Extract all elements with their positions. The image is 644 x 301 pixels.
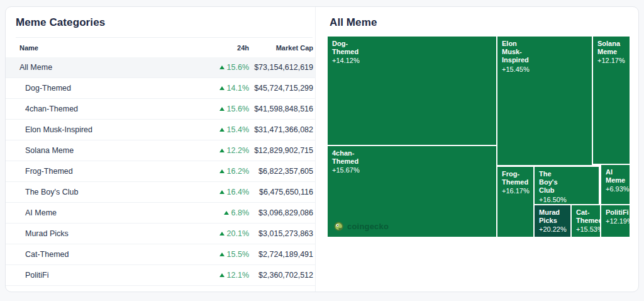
- treemap-cell-change: +15.67%: [332, 166, 492, 175]
- treemap-cell-dog-themed[interactable]: Dog- Themed +14.12%: [328, 37, 496, 145]
- table-header: Name 24h Market Cap: [6, 38, 315, 57]
- market-cap: $31,471,366,082: [249, 125, 313, 134]
- table-row-dog-themed[interactable]: Dog-Themed 14.1% $45,724,715,299: [6, 78, 315, 99]
- treemap-cell-change: +20.22%: [539, 225, 566, 234]
- change-24h: 6.8%: [231, 208, 250, 217]
- market-cap: $73,154,612,619: [249, 63, 313, 72]
- category-name: Murad Picks: [19, 229, 204, 238]
- up-arrow-icon: [219, 169, 225, 173]
- market-cap: $6,822,357,605: [249, 167, 313, 176]
- treemap-cell-the-boys-club[interactable]: The Boy's Club +16.50%: [535, 167, 599, 204]
- treemap-cell-4chan-themed[interactable]: 4chan- Themed +15.67% coingecko: [328, 146, 496, 237]
- treemap-cell-murad-picks[interactable]: Murad Picks +20.22%: [535, 205, 570, 237]
- column-header-name[interactable]: Name: [19, 44, 204, 52]
- coingecko-watermark-label: coingecko: [347, 222, 389, 231]
- treemap-cell-label: Dog- Themed: [332, 40, 492, 56]
- treemap-cell-label: AI Meme: [606, 168, 625, 185]
- treemap-cell-change: +15.53%: [576, 225, 596, 234]
- up-arrow-icon: [219, 107, 225, 111]
- table-row-all-meme[interactable]: All Meme 15.6% $73,154,612,619: [6, 57, 315, 78]
- category-name: PolitiFi: [19, 271, 204, 280]
- treemap-cell-frog-themed[interactable]: Frog- Themed +16.17%: [497, 167, 533, 237]
- treemap-cell-politifi[interactable]: PolitiFi +12.19%: [601, 205, 630, 237]
- treemap-cell-change: +14.12%: [332, 57, 492, 65]
- treemap-cell-label: The Boy's Club: [539, 170, 594, 195]
- category-name: Cat-Themed: [19, 250, 204, 259]
- market-cap: $2,724,189,491: [249, 250, 313, 259]
- change-24h: 12.2%: [227, 146, 249, 155]
- treemap-cell-ai-meme[interactable]: AI Meme +6.93%: [601, 165, 630, 204]
- treemap-cell-label: Solana Meme: [597, 40, 625, 56]
- up-arrow-icon: [219, 232, 225, 236]
- market-cap: $45,724,715,299: [249, 84, 313, 93]
- up-arrow-icon: [219, 128, 225, 132]
- meme-treemap: Dog- Themed +14.12% 4chan- Themed +15.67…: [328, 37, 630, 237]
- change-24h: 12.1%: [227, 271, 249, 280]
- treemap-cell-change: +12.19%: [606, 217, 625, 226]
- change-24h: 15.5%: [227, 250, 249, 259]
- column-header-market-cap[interactable]: Market Cap: [249, 44, 313, 52]
- market-cap: $41,598,848,516: [249, 105, 313, 113]
- coingecko-watermark: coingecko: [334, 222, 389, 231]
- market-cap: $3,015,273,863: [249, 229, 313, 238]
- up-arrow-icon: [219, 149, 225, 152]
- treemap-cell-solana-meme[interactable]: Solana Meme +12.17%: [593, 37, 630, 164]
- all-meme-panel: All Meme Dog- Themed +14.12% 4chan- Them…: [316, 7, 638, 292]
- table-row-cat-themed[interactable]: Cat-Themed 15.5% $2,724,189,491: [6, 244, 315, 265]
- table-row-elon-musk-inspired[interactable]: Elon Musk-Inspired 15.4% $31,471,366,082: [6, 120, 315, 140]
- market-cap: $2,360,702,512: [249, 271, 313, 280]
- treemap-cell-label: 4chan- Themed: [332, 149, 492, 166]
- table-row-frog-themed[interactable]: Frog-Themed 16.2% $6,822,357,605: [6, 161, 315, 182]
- treemap-cell-label: PolitiFi: [606, 208, 625, 217]
- category-name: Frog-Themed: [19, 167, 204, 176]
- change-24h: 16.2%: [227, 167, 249, 176]
- up-arrow-icon: [219, 86, 225, 90]
- up-arrow-icon: [219, 65, 225, 69]
- market-cap: $3,096,829,086: [249, 208, 313, 217]
- change-24h: 14.1%: [227, 84, 249, 93]
- treemap-cell-change: +6.93%: [606, 185, 625, 194]
- up-arrow-icon: [219, 273, 225, 277]
- coingecko-gecko-icon: [334, 222, 343, 231]
- meme-dashboard-card: Meme Categories Name 24h Market Cap All …: [5, 6, 639, 292]
- category-name: AI Meme: [19, 208, 204, 217]
- category-name: Solana Meme: [19, 146, 204, 155]
- column-header-24h[interactable]: 24h: [204, 44, 249, 52]
- change-24h: 20.1%: [227, 229, 249, 238]
- up-arrow-icon: [219, 190, 225, 194]
- up-arrow-icon: [219, 253, 225, 256]
- market-cap: $12,829,902,715: [249, 146, 313, 155]
- category-name: Dog-Themed: [19, 84, 204, 93]
- category-name: All Meme: [19, 63, 204, 72]
- change-24h: 15.6%: [227, 105, 249, 113]
- change-24h: 15.6%: [227, 63, 249, 72]
- meme-categories-panel: Meme Categories Name 24h Market Cap All …: [6, 7, 316, 292]
- category-name: 4chan-Themed: [19, 105, 204, 113]
- category-name: The Boy's Club: [19, 188, 204, 196]
- treemap-cell-label: Cat- Themed: [576, 208, 596, 225]
- change-24h: 15.4%: [227, 125, 249, 134]
- category-name: Elon Musk-Inspired: [19, 125, 204, 134]
- treemap-cell-cat-themed[interactable]: Cat- Themed +15.53%: [572, 205, 600, 237]
- table-row-ai-meme[interactable]: AI Meme 6.8% $3,096,829,086: [6, 203, 315, 224]
- table-row-murad-picks[interactable]: Murad Picks 20.1% $3,015,273,863: [6, 224, 315, 244]
- treemap-cell-label: Elon Musk- Inspired: [502, 40, 587, 65]
- treemap-cell-change: +16.17%: [502, 187, 529, 196]
- table-row-politifi[interactable]: PolitiFi 12.1% $2,360,702,512: [6, 265, 315, 286]
- market-cap: $6,475,650,116: [249, 188, 313, 196]
- treemap-cell-elon-musk-inspired[interactable]: Elon Musk- Inspired +15.45%: [497, 37, 592, 165]
- table-row-4chan-themed[interactable]: 4chan-Themed 15.6% $41,598,848,516: [6, 99, 315, 120]
- up-arrow-icon: [224, 211, 229, 215]
- table-row-solana-meme[interactable]: Solana Meme 12.2% $12,829,902,715: [6, 140, 315, 161]
- treemap-cell-change: +12.17%: [597, 57, 625, 65]
- treemap-cell-label: Frog- Themed: [502, 170, 529, 186]
- category-table: All Meme 15.6% $73,154,612,619 Dog-Theme…: [6, 57, 315, 286]
- meme-categories-title: Meme Categories: [16, 16, 105, 29]
- treemap-cell-label: Murad Picks: [539, 208, 566, 225]
- treemap-cell-change: +15.45%: [502, 65, 587, 74]
- table-row-the-boys-club[interactable]: The Boy's Club 16.4% $6,475,650,116: [6, 182, 315, 203]
- all-meme-title: All Meme: [330, 16, 377, 29]
- change-24h: 16.4%: [227, 188, 249, 196]
- treemap-cell-change: +16.50%: [539, 196, 594, 204]
